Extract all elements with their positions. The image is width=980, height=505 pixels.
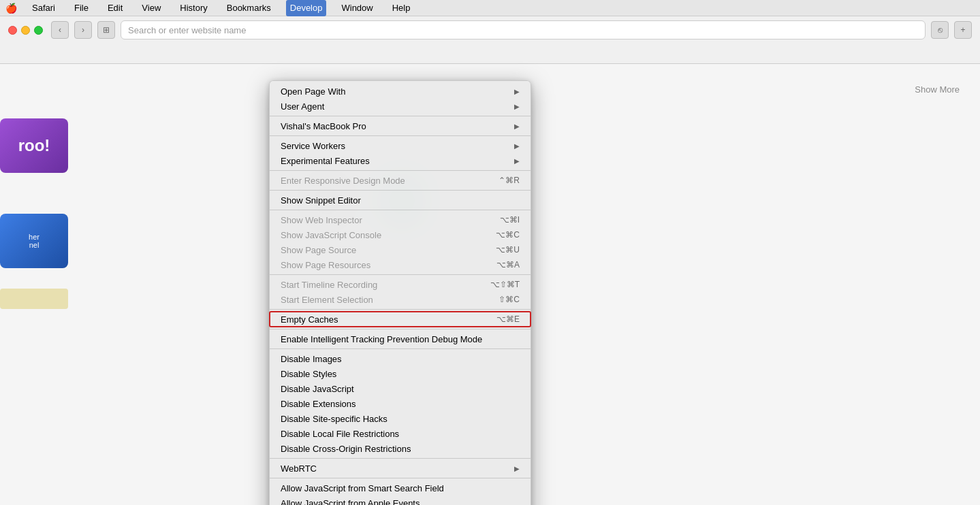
shortcut-page-source: ⌥⌘U — [496, 245, 520, 255]
show-more-link[interactable]: Show More — [915, 84, 960, 95]
menu-item-label: Disable Cross-Origin Restrictions — [281, 444, 411, 454]
maximize-button[interactable] — [34, 26, 43, 35]
menu-item-webrtc[interactable]: WebRTC ▶ — [270, 461, 531, 476]
shortcut-js-console: ⌥⌘C — [496, 230, 520, 240]
menu-separator — [270, 210, 531, 210]
shortcut-element-selection: ⇧⌘C — [499, 295, 520, 304]
menu-item-show-page-source[interactable]: Show Page Source ⌥⌘U — [270, 242, 531, 257]
menu-item-disable-styles[interactable]: Disable Styles — [270, 366, 531, 381]
menu-item-label: Show Page Resources — [281, 260, 370, 270]
menubar: 🍎 Safari File Edit View History Bookmark… — [0, 0, 980, 16]
menu-separator — [270, 309, 531, 310]
main-content: Show More B Bing W Wikipedia — [0, 64, 980, 505]
menu-item-show-web-inspector[interactable]: Show Web Inspector ⌥⌘I — [270, 212, 531, 227]
menu-separator — [270, 274, 531, 275]
menu-item-label: Show JavaScript Console — [281, 230, 381, 240]
menu-item-label: Show Web Inspector — [281, 215, 362, 225]
apple-menu-icon[interactable]: 🍎 — [5, 3, 17, 14]
share-button[interactable]: ⎋ — [931, 21, 949, 39]
menu-item-label: Disable Images — [281, 354, 342, 364]
menu-item-open-page-with[interactable]: Open Page With ▶ — [270, 84, 531, 99]
shortcut-empty-caches: ⌥⌘E — [496, 314, 520, 324]
menu-item-show-snippet-editor[interactable]: Show Snippet Editor — [270, 193, 531, 208]
menu-item-disable-local-file[interactable]: Disable Local File Restrictions — [270, 426, 531, 441]
shortcut-page-resources: ⌥⌘A — [496, 260, 520, 270]
menu-item-experimental-features[interactable]: Experimental Features ▶ — [270, 153, 531, 168]
menu-item-disable-extensions[interactable]: Disable Extensions — [270, 396, 531, 411]
minimize-button[interactable] — [21, 26, 30, 35]
menubar-develop[interactable]: Develop — [286, 0, 327, 16]
menubar-file[interactable]: File — [70, 0, 93, 16]
address-placeholder: Search or enter website name — [128, 25, 246, 35]
menu-item-label: Allow JavaScript from Apple Events — [281, 498, 420, 506]
shortcut-timeline: ⌥⇧⌘T — [490, 280, 520, 289]
submenu-arrow-icon: ▶ — [514, 157, 520, 165]
submenu-arrow-icon: ▶ — [514, 103, 520, 110]
menu-item-show-js-console[interactable]: Show JavaScript Console ⌥⌘C — [270, 227, 531, 242]
menu-item-enable-itp-debug[interactable]: Enable Intelligent Tracking Prevention D… — [270, 331, 531, 346]
menu-item-allow-js-apple-events[interactable]: Allow JavaScript from Apple Events — [270, 495, 531, 505]
menu-item-label: User Agent — [281, 101, 324, 112]
menu-item-allow-js-smart-search[interactable]: Allow JavaScript from Smart Search Field — [270, 480, 531, 495]
menubar-window[interactable]: Window — [337, 0, 377, 16]
menu-item-label: WebRTC — [281, 463, 317, 474]
menu-item-label: Disable Site-specific Hacks — [281, 414, 388, 424]
submenu-arrow-icon: ▶ — [514, 465, 520, 472]
menu-separator — [270, 329, 531, 329]
menu-item-label: Vishal's MacBook Pro — [281, 121, 366, 131]
menubar-safari[interactable]: Safari — [28, 0, 59, 16]
menu-separator — [270, 135, 531, 136]
menu-separator — [270, 170, 531, 171]
menu-item-label: Experimental Features — [281, 156, 370, 166]
menu-item-label: Show Page Source — [281, 245, 356, 255]
new-tab-button[interactable]: + — [954, 21, 972, 39]
menu-separator — [270, 478, 531, 478]
shortcut-web-inspector: ⌥⌘I — [500, 215, 520, 225]
menubar-edit[interactable]: Edit — [104, 0, 127, 16]
menu-item-label: Open Page With — [281, 86, 345, 97]
menubar-view[interactable]: View — [138, 0, 165, 16]
menu-item-disable-cross-origin[interactable]: Disable Cross-Origin Restrictions — [270, 441, 531, 456]
menubar-history[interactable]: History — [176, 0, 211, 16]
menu-item-user-agent[interactable]: User Agent ▶ — [270, 99, 531, 114]
traffic-lights — [8, 26, 43, 35]
menu-item-start-timeline[interactable]: Start Timeline Recording ⌥⇧⌘T — [270, 277, 531, 292]
menu-item-responsive-design[interactable]: Enter Responsive Design Mode ⌃⌘R — [270, 173, 531, 188]
forward-button[interactable]: › — [74, 21, 92, 39]
menu-separator — [270, 348, 531, 349]
menu-item-label: Disable Extensions — [281, 399, 356, 409]
menu-separator — [270, 458, 531, 459]
menu-item-macbook-pro[interactable]: Vishal's MacBook Pro ▶ — [270, 118, 531, 133]
close-button[interactable] — [8, 26, 17, 35]
submenu-arrow-icon: ▶ — [514, 123, 520, 130]
menu-item-label: Enter Responsive Design Mode — [281, 176, 405, 186]
partial-app-block-2: hernel — [0, 214, 68, 268]
menu-item-disable-site-hacks[interactable]: Disable Site-specific Hacks — [270, 411, 531, 426]
address-bar[interactable]: Search or enter website name — [121, 20, 926, 39]
menu-item-disable-images[interactable]: Disable Images — [270, 351, 531, 366]
menu-item-label: Start Element Selection — [281, 295, 373, 305]
menubar-help[interactable]: Help — [388, 0, 415, 16]
shortcut-responsive-design: ⌃⌘R — [499, 176, 520, 185]
menu-item-label: Disable JavaScript — [281, 384, 354, 394]
submenu-arrow-icon: ▶ — [514, 88, 520, 95]
submenu-arrow-icon: ▶ — [514, 142, 520, 150]
menu-item-label: Empty Caches — [281, 314, 338, 325]
menubar-bookmarks[interactable]: Bookmarks — [223, 0, 275, 16]
partial-content-block — [0, 289, 68, 309]
back-button[interactable]: ‹ — [51, 21, 69, 39]
menu-item-empty-caches[interactable]: Empty Caches ⌥⌘E — [270, 312, 531, 327]
menu-item-label: Start Timeline Recording — [281, 280, 377, 290]
menu-item-label: Allow JavaScript from Smart Search Field — [281, 483, 444, 493]
menu-item-label: Show Snippet Editor — [281, 195, 361, 206]
menu-separator — [270, 116, 531, 116]
toolbar-row: ‹ › ⊞ Search or enter website name ⎋ + — [0, 16, 980, 44]
menu-item-start-element-selection[interactable]: Start Element Selection ⇧⌘C — [270, 292, 531, 307]
tab-overview-button[interactable]: ⊞ — [97, 21, 115, 39]
menu-item-service-workers[interactable]: Service Workers ▶ — [270, 138, 531, 153]
browser-chrome: ‹ › ⊞ Search or enter website name ⎋ + — [0, 16, 980, 64]
menu-item-disable-javascript[interactable]: Disable JavaScript — [270, 381, 531, 396]
menu-item-show-page-resources[interactable]: Show Page Resources ⌥⌘A — [270, 257, 531, 272]
menu-separator — [270, 190, 531, 191]
develop-dropdown-menu: Open Page With ▶ User Agent ▶ Vishal's M… — [269, 80, 531, 505]
